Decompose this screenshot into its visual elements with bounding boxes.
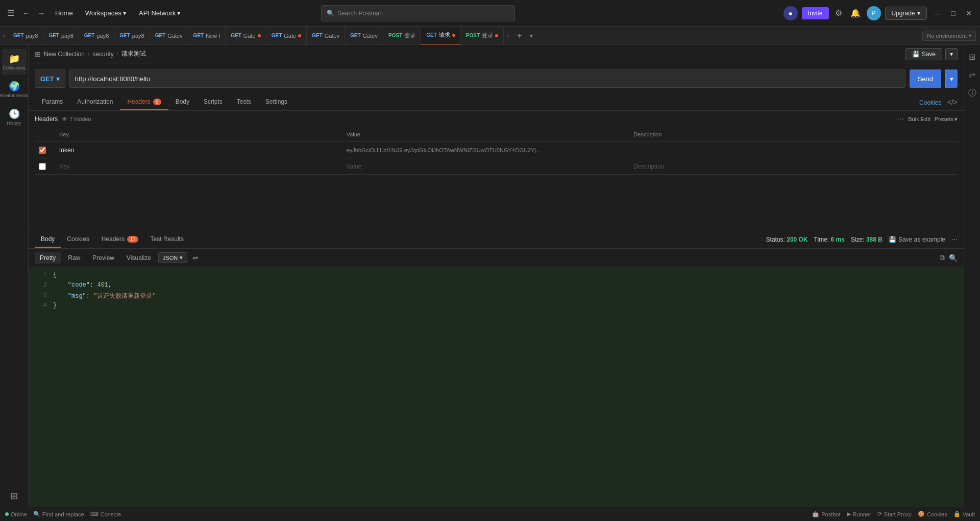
settings-icon[interactable]: ⚙ — [833, 6, 844, 20]
send-button[interactable]: Send — [910, 69, 941, 88]
topbar: ☰ ← → Home Workspaces ▾ API Network ▾ 🔍 … — [0, 0, 980, 27]
tab-tests[interactable]: Tests — [230, 94, 258, 110]
resp-body-tab-pretty[interactable]: Pretty — [35, 252, 61, 264]
menu-icon[interactable]: ☰ — [5, 6, 16, 20]
api-network-dropdown[interactable]: API Network ▾ — [135, 7, 185, 19]
tab-list-dropdown[interactable]: ▾ — [527, 32, 536, 39]
back-icon[interactable]: ← — [20, 7, 32, 19]
row-key-placeholder[interactable]: Key — [55, 158, 342, 174]
hidden-headers-badge[interactable]: 👁 7 hidden — [62, 116, 91, 122]
tab-6[interactable]: GETGate — [226, 27, 266, 45]
row-value-placeholder[interactable]: Value — [342, 158, 630, 174]
start-proxy-button[interactable]: ⟳ Start Proxy — [877, 511, 912, 517]
tab-9[interactable]: GETGatev — [345, 27, 383, 45]
format-selector[interactable]: JSON ▾ — [158, 252, 187, 263]
col-key: Key — [55, 129, 342, 139]
resp-tab-cookies[interactable]: Cookies — [61, 231, 95, 248]
tab-prev[interactable]: ‹ — [0, 27, 8, 45]
postbot-button[interactable]: 🤖 Postbot — [812, 511, 840, 517]
tab-body[interactable]: Body — [168, 94, 197, 110]
sidebar-item-history[interactable]: 🕒 History — [2, 104, 27, 130]
online-status[interactable]: Online — [5, 511, 27, 517]
console-button[interactable]: ⌨ Console — [90, 511, 121, 517]
chevron-down-icon: ▾ — [954, 116, 958, 123]
copy-icon[interactable]: ⧉ — [940, 253, 945, 262]
close-button[interactable]: ✕ — [963, 8, 975, 18]
resp-tab-test-results[interactable]: Test Results — [144, 231, 190, 248]
vault-icon: 🔒 — [953, 511, 961, 517]
sidebar-item-collections[interactable]: 📁 Collections — [2, 49, 27, 75]
save-dropdown[interactable]: ▾ — [945, 48, 958, 60]
resp-tab-headers[interactable]: Headers 11 — [95, 231, 144, 248]
resp-body-tab-raw[interactable]: Raw — [63, 252, 85, 264]
tab-scripts[interactable]: Scripts — [197, 94, 230, 110]
tab-3[interactable]: GETpay8 — [114, 27, 150, 45]
save-button[interactable]: 💾 Save — [905, 48, 942, 60]
tab-4[interactable]: GETGatev — [150, 27, 188, 45]
resp-headers-badge: 11 — [127, 236, 138, 243]
right-icon-info[interactable]: ⓘ — [966, 85, 978, 102]
sidebar-item-extra[interactable]: ⊞ — [10, 490, 18, 507]
breadcrumb-security[interactable]: security — [92, 51, 113, 58]
send-dropdown[interactable]: ▾ — [945, 69, 958, 88]
more-options-icon[interactable]: ⋯ — [897, 115, 904, 123]
cookies-link[interactable]: Cookies — [919, 99, 941, 106]
url-input[interactable] — [69, 69, 905, 88]
bulk-edit-button[interactable]: Bulk Edit — [908, 116, 930, 122]
resp-body-tab-visualize[interactable]: Visualize — [121, 252, 156, 264]
filter-icon[interactable]: ⇌ — [192, 254, 199, 262]
resp-body-tab-preview[interactable]: Preview — [87, 252, 119, 264]
workspaces-dropdown[interactable]: Workspaces ▾ — [81, 7, 131, 19]
request-line: GET ▾ Send ▾ — [35, 69, 958, 88]
row-checkbox[interactable] — [39, 163, 46, 170]
row-description-placeholder[interactable]: Description — [629, 158, 917, 174]
tab-headers[interactable]: Headers 8 — [120, 94, 168, 110]
search-icon[interactable]: 🔍 — [949, 254, 958, 262]
home-link[interactable]: Home — [51, 7, 77, 19]
invite-button[interactable]: Invite — [802, 7, 829, 19]
maximize-button[interactable]: □ — [948, 8, 959, 18]
tab-settings[interactable]: Settings — [258, 94, 295, 110]
tab-2[interactable]: GETpay8 — [79, 27, 114, 45]
notification-icon[interactable]: 🔔 — [848, 6, 863, 20]
minimize-button[interactable]: — — [931, 8, 944, 18]
tab-next[interactable]: › — [504, 27, 512, 45]
new-tab-button[interactable]: + — [512, 31, 527, 40]
right-icon-arrows[interactable]: ⇌ — [967, 67, 977, 83]
right-icon-top[interactable]: ⊞ — [967, 49, 977, 65]
cookies-bottom-button[interactable]: 🍪 Cookies — [918, 511, 947, 517]
row-description[interactable] — [629, 142, 917, 158]
tab-7[interactable]: GETGate — [266, 27, 307, 45]
tab-active-request[interactable]: GET请求 — [421, 27, 461, 45]
tab-8[interactable]: GETGatev — [307, 27, 345, 45]
method-selector[interactable]: GET ▾ — [35, 69, 65, 88]
tabs-right: No environment ▾ — [922, 31, 980, 41]
resp-tab-body[interactable]: Body — [35, 231, 61, 248]
row-value[interactable]: eyJhbGciOiJIUzI1NiJ9.eyJqdGkiOiJhOTAwNWN… — [342, 142, 630, 158]
save-icon: 💾 — [889, 236, 896, 243]
tab-params[interactable]: Params — [35, 94, 70, 110]
tab-authorization[interactable]: Authorization — [70, 94, 120, 110]
breadcrumb-collection[interactable]: New Collection — [44, 51, 85, 58]
resp-more-icon[interactable]: ⋯ — [951, 236, 958, 243]
upgrade-button[interactable]: Upgrade ▾ — [885, 7, 927, 20]
tab-post-login2[interactable]: POST登录 — [461, 27, 504, 45]
tab-post-login[interactable]: POST登录 — [383, 27, 421, 45]
code-icon[interactable]: </> — [947, 98, 958, 106]
no-environment-selector[interactable]: No environment ▾ — [922, 31, 976, 41]
sidebar-item-environments[interactable]: 🌍 Environments — [2, 77, 27, 102]
forward-icon[interactable]: → — [36, 7, 47, 19]
find-replace-button[interactable]: 🔍 Find and replace — [33, 511, 84, 517]
save-as-example-button[interactable]: 💾 Save as example — [889, 236, 945, 243]
tab-0[interactable]: GETpay8 — [8, 27, 43, 45]
vault-button[interactable]: 🔒 Vault — [953, 511, 975, 517]
avatar[interactable]: P — [867, 6, 881, 20]
row-key[interactable]: token — [55, 142, 342, 158]
row-checkbox[interactable] — [39, 147, 46, 154]
presets-button[interactable]: Presets ▾ — [935, 116, 958, 123]
tab-5[interactable]: GETNew I — [188, 27, 226, 45]
online-dot — [5, 512, 9, 516]
search-bar[interactable]: 🔍 Search Postman — [321, 5, 515, 21]
runner-button[interactable]: ▶ Runner — [847, 511, 871, 517]
tab-1[interactable]: GETpay8 — [43, 27, 79, 45]
